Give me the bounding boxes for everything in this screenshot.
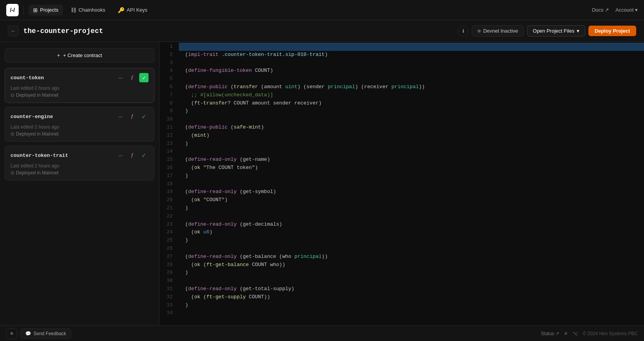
info-icon: ℹ	[462, 28, 464, 34]
checkmark-icon: ✓	[142, 75, 146, 81]
contract-actions: ··· ƒ ✓	[116, 151, 149, 160]
api-keys-icon: 🔑	[118, 7, 124, 13]
contract-actions: ··· ƒ ✓	[116, 112, 149, 121]
code-lines: (impl-trait .counter-token-trait.sip-010…	[179, 42, 644, 325]
contract-meta: Last edited 2 hours ago ⊙ Deployed in Ma…	[10, 124, 149, 137]
project-title: the-counter-project	[23, 27, 103, 35]
contract-meta: Last edited 2 hours ago ⊙ Deployed in Ma…	[10, 163, 149, 176]
back-button[interactable]: ←	[8, 26, 19, 37]
nav-item-chainhooks[interactable]: ⛓ Chainhooks	[66, 5, 110, 16]
function-icon: ƒ	[131, 113, 134, 120]
back-arrow-icon: ←	[11, 28, 16, 34]
nav-label-projects: Projects	[40, 7, 58, 13]
twitter-link[interactable]: ✕	[564, 331, 568, 336]
top-nav: /-/ ⊞ Projects ⛓ Chainhooks 🔑 API Keys D…	[0, 0, 644, 20]
account-menu[interactable]: Account ▾	[615, 7, 638, 13]
feedback-icon: 💬	[25, 331, 31, 336]
github-icon: ⌥	[572, 331, 578, 336]
contract-header: count-token ··· ƒ ✓	[10, 73, 149, 82]
menu-icon: ≡	[10, 331, 13, 336]
nav-label-chainhooks: Chainhooks	[79, 7, 105, 13]
more-options-button[interactable]: ···	[116, 73, 125, 82]
feedback-button[interactable]: 💬 Send Feedback	[20, 329, 71, 339]
ellipsis-icon: ···	[118, 75, 123, 81]
check-button[interactable]: ✓	[139, 112, 149, 121]
function-icon-button[interactable]: ƒ	[128, 151, 137, 160]
main-content: + + Create contract count-token ··· ƒ ✓	[0, 42, 644, 325]
footer: ≡ 💬 Send Feedback Status ↗ ✕ ⌥ © 2024 Hi…	[0, 325, 644, 341]
footer-left: ≡ 💬 Send Feedback	[6, 328, 71, 339]
contract-card-counter-engine[interactable]: counter-engine ··· ƒ ✓ Last edited 2 hou…	[5, 107, 154, 142]
footer-right: Status ↗ ✕ ⌥ © 2024 Hiro Systems PBC	[541, 331, 638, 336]
chainhooks-icon: ⛓	[71, 7, 76, 13]
copyright-text: © 2024 Hiro Systems PBC	[583, 331, 638, 336]
docs-link[interactable]: Docs ↗	[592, 7, 609, 13]
ellipsis-icon: ···	[118, 113, 123, 120]
deploy-button[interactable]: Deploy Project	[588, 26, 636, 36]
check-button[interactable]: ✓	[139, 73, 149, 82]
contract-time: Last edited 2 hours ago	[10, 124, 149, 130]
nav-right: Docs ↗ Account ▾	[592, 7, 638, 13]
open-files-button[interactable]: Open Project Files ▾	[527, 25, 585, 37]
twitter-icon: ✕	[564, 331, 568, 336]
function-icon-button[interactable]: ƒ	[128, 112, 137, 121]
checkmark-icon: ✓	[142, 152, 146, 158]
projects-icon: ⊞	[33, 7, 38, 13]
contract-name: counter-token-trait	[10, 153, 113, 158]
check-button[interactable]: ✓	[139, 151, 149, 160]
code-content: 1234567891011121314151617181920212223242…	[159, 42, 644, 325]
deployed-icon: ⊙	[10, 170, 14, 176]
checkmark-icon: ✓	[142, 113, 146, 120]
footer-menu-button[interactable]: ≡	[6, 328, 17, 339]
plus-icon: +	[57, 52, 60, 58]
devnet-status-dot	[478, 30, 481, 33]
feedback-label: Send Feedback	[33, 331, 66, 336]
open-files-label: Open Project Files	[533, 28, 574, 34]
contract-time: Last edited 2 hours ago	[10, 163, 149, 169]
ellipsis-icon: ···	[118, 152, 123, 158]
status-label: Status ↗	[541, 331, 559, 336]
contract-status: ⊙ Deployed in Mainnet	[10, 92, 149, 98]
contract-card-counter-token-trait[interactable]: counter-token-trait ··· ƒ ✓ Last edited …	[5, 146, 154, 181]
header-bar: ← the-counter-project ℹ Devnet Inactive …	[0, 20, 644, 42]
line-numbers: 1234567891011121314151617181920212223242…	[159, 42, 179, 325]
function-icon-button[interactable]: ƒ	[128, 73, 137, 82]
info-button[interactable]: ℹ	[458, 26, 469, 37]
contract-name: counter-engine	[10, 114, 113, 120]
nav-label-api-keys: API Keys	[127, 7, 147, 13]
contract-time: Last edited 2 hours ago	[10, 85, 149, 91]
github-link[interactable]: ⌥	[572, 331, 578, 336]
more-options-button[interactable]: ···	[116, 112, 125, 121]
contract-status-label: Deployed in Mainnet	[16, 131, 58, 137]
function-icon: ƒ	[131, 152, 134, 158]
contract-status-label: Deployed in Mainnet	[16, 92, 58, 98]
nav-item-api-keys[interactable]: 🔑 API Keys	[113, 5, 152, 16]
status-link[interactable]: Status ↗	[541, 331, 559, 336]
contract-header: counter-token-trait ··· ƒ ✓	[10, 151, 149, 160]
deployed-icon: ⊙	[10, 131, 14, 137]
contract-name: count-token	[10, 75, 113, 81]
chevron-down-icon: ▾	[577, 28, 579, 34]
function-icon: ƒ	[131, 75, 134, 81]
nav-divider	[23, 5, 24, 15]
create-contract-button[interactable]: + + Create contract	[5, 48, 154, 63]
devnet-label: Devnet Inactive	[483, 28, 518, 34]
logo[interactable]: /-/	[6, 4, 19, 16]
contract-status-label: Deployed in Mainnet	[16, 170, 58, 176]
devnet-button[interactable]: Devnet Inactive	[472, 25, 524, 37]
contract-header: counter-engine ··· ƒ ✓	[10, 112, 149, 121]
sidebar: + + Create contract count-token ··· ƒ ✓	[0, 42, 159, 325]
more-options-button[interactable]: ···	[116, 151, 125, 160]
deployed-icon: ⊙	[10, 92, 14, 98]
contract-card-count-token[interactable]: count-token ··· ƒ ✓ Last edited 2 hours …	[5, 68, 154, 103]
contract-actions: ··· ƒ ✓	[116, 73, 149, 82]
contract-status: ⊙ Deployed in Mainnet	[10, 131, 149, 137]
header-right: ℹ Devnet Inactive Open Project Files ▾ D…	[458, 25, 636, 37]
create-contract-label: + Create contract	[63, 52, 102, 58]
nav-item-projects[interactable]: ⊞ Projects	[28, 5, 63, 16]
contract-meta: Last edited 2 hours ago ⊙ Deployed in Ma…	[10, 85, 149, 98]
contract-status: ⊙ Deployed in Mainnet	[10, 170, 149, 176]
code-editor[interactable]: 1234567891011121314151617181920212223242…	[159, 42, 644, 325]
